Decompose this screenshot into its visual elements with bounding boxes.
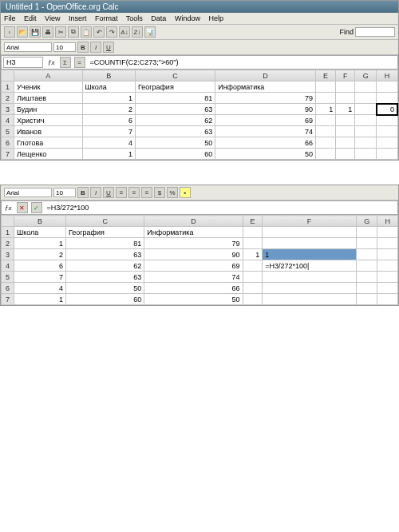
font-family-select[interactable]	[4, 42, 52, 52]
row-hdr[interactable]: 6	[2, 283, 14, 294]
col-a[interactable]: A	[14, 70, 83, 81]
cell[interactable]: 0	[377, 104, 397, 115]
corner-cell[interactable]	[2, 70, 14, 81]
cell[interactable]: 4	[82, 137, 135, 149]
cell[interactable]: 63	[135, 104, 215, 115]
cell[interactable]: Информатика	[215, 81, 316, 93]
cell[interactable]	[356, 272, 377, 283]
cell[interactable]: 50	[66, 283, 144, 294]
row-hdr[interactable]: 5	[2, 272, 14, 283]
cell[interactable]: 62	[135, 115, 215, 126]
menu-edit[interactable]: Edit	[24, 14, 37, 22]
cell[interactable]	[356, 238, 377, 249]
cut-icon[interactable]: ✂	[55, 26, 66, 38]
cancel-icon[interactable]: ✕	[17, 202, 28, 213]
cell[interactable]	[377, 294, 398, 305]
menu-data[interactable]: Data	[151, 14, 166, 22]
cell[interactable]	[243, 260, 263, 272]
find-input[interactable]	[355, 27, 395, 37]
cell[interactable]: Информатика	[144, 227, 243, 238]
fx-icon[interactable]: ƒx	[46, 58, 57, 66]
cell[interactable]	[263, 238, 357, 249]
cell[interactable]	[336, 93, 355, 104]
cell[interactable]	[243, 238, 263, 249]
cell[interactable]	[316, 149, 336, 160]
row-hdr[interactable]: 2	[2, 93, 14, 104]
underline-icon[interactable]: U	[103, 187, 114, 198]
row-1[interactable]: 1	[2, 227, 14, 238]
cell[interactable]: 81	[135, 93, 215, 104]
cell[interactable]	[356, 294, 377, 305]
cell[interactable]	[336, 137, 355, 149]
redo-icon[interactable]: ↷	[106, 26, 117, 38]
cell[interactable]: Иванов	[14, 126, 83, 137]
menu-insert[interactable]: Insert	[69, 14, 87, 22]
cell[interactable]: 1	[263, 249, 357, 260]
equals-icon[interactable]: =	[74, 57, 85, 68]
cell[interactable]: Христич	[14, 115, 83, 126]
cell[interactable]: 2	[82, 104, 135, 115]
menu-tools[interactable]: Tools	[126, 14, 143, 22]
cell[interactable]	[355, 137, 377, 149]
cell[interactable]: 7	[14, 272, 66, 283]
align-right-icon[interactable]: ≡	[141, 187, 152, 198]
percent-icon[interactable]: %	[167, 187, 178, 198]
cell[interactable]: 74	[144, 272, 243, 283]
menu-view[interactable]: View	[45, 14, 60, 22]
spreadsheet-grid[interactable]: B C D E F G H 1 Школа География Информат…	[1, 215, 398, 305]
spreadsheet-grid[interactable]: A B C D E F G H 1 Ученик Школа География…	[1, 69, 398, 160]
col-g[interactable]: G	[356, 216, 377, 227]
cell[interactable]	[377, 93, 397, 104]
cell[interactable]: 66	[144, 283, 243, 294]
cell[interactable]	[336, 115, 355, 126]
cell[interactable]: 90	[215, 104, 316, 115]
menu-window[interactable]: Window	[175, 14, 200, 22]
cell[interactable]	[263, 227, 357, 238]
font-family-select[interactable]	[4, 188, 52, 197]
bold-icon[interactable]: B	[77, 187, 89, 198]
cell[interactable]: Лиштаев	[14, 93, 83, 104]
row-hdr[interactable]: 4	[2, 260, 14, 272]
paste-icon[interactable]: 📋	[81, 26, 92, 38]
cell[interactable]	[377, 149, 397, 160]
cell[interactable]	[263, 283, 357, 294]
copy-icon[interactable]: ⧉	[68, 26, 79, 38]
cell[interactable]: 1	[14, 294, 66, 305]
cell[interactable]	[336, 126, 355, 137]
cell[interactable]: Лещенко	[14, 149, 83, 160]
col-c[interactable]: C	[66, 216, 144, 227]
cell[interactable]: 6	[82, 115, 135, 126]
col-e[interactable]: E	[316, 70, 336, 81]
cell[interactable]	[263, 294, 357, 305]
cell[interactable]: 1	[336, 104, 355, 115]
cell[interactable]	[377, 249, 398, 260]
cell[interactable]	[377, 238, 398, 249]
cell[interactable]	[316, 115, 336, 126]
cell[interactable]: 2	[14, 249, 66, 260]
col-g[interactable]: G	[355, 70, 377, 81]
currency-icon[interactable]: $	[154, 187, 165, 198]
cell[interactable]	[377, 126, 397, 137]
cell[interactable]	[355, 126, 377, 137]
cell[interactable]: 60	[66, 294, 144, 305]
cell[interactable]: География	[135, 81, 215, 93]
menu-format[interactable]: Format	[95, 14, 118, 22]
cell[interactable]	[316, 81, 336, 93]
cell[interactable]	[377, 272, 398, 283]
fx-icon[interactable]: ƒx	[3, 204, 14, 212]
cell[interactable]: 1	[14, 238, 66, 249]
cell[interactable]: 63	[66, 272, 144, 283]
row-hdr[interactable]: 3	[2, 104, 14, 115]
cell[interactable]	[377, 260, 398, 272]
new-icon[interactable]: ▫	[4, 26, 15, 38]
menu-file[interactable]: File	[4, 14, 16, 22]
cell[interactable]	[336, 149, 355, 160]
cell[interactable]: 1	[243, 249, 263, 260]
cell[interactable]: География	[66, 227, 144, 238]
cell[interactable]: 63	[66, 249, 144, 260]
cell[interactable]: 6	[14, 260, 66, 272]
row-hdr[interactable]: 7	[2, 294, 14, 305]
cell[interactable]: 50	[135, 137, 215, 149]
align-center-icon[interactable]: ≡	[128, 187, 140, 198]
cell[interactable]: 74	[215, 126, 316, 137]
